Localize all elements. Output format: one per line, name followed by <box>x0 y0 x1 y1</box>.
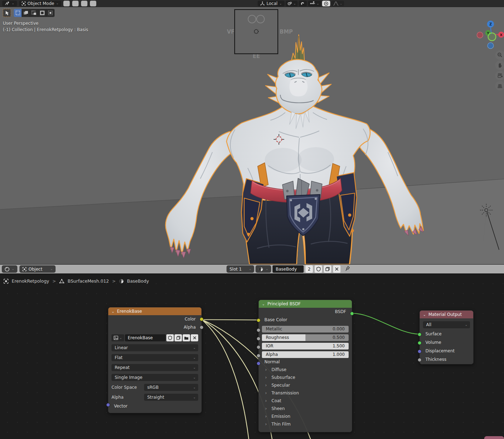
select-intersect-button[interactable] <box>46 9 55 17</box>
collapsible-section[interactable]: › Coat <box>259 397 352 405</box>
alpha-input-socket[interactable] <box>257 354 260 358</box>
output-target-dropdown[interactable]: All ⌄ <box>423 321 470 328</box>
image-fake-user-button[interactable] <box>166 334 174 341</box>
new-material-button[interactable] <box>324 265 331 273</box>
svg-text:Z: Z <box>489 22 492 26</box>
tweak-tool-button[interactable] <box>3 9 11 17</box>
source-dropdown[interactable]: Single Image ⌄ <box>111 374 198 381</box>
unlink-material-button[interactable] <box>333 265 340 273</box>
viewport-canvas[interactable]: VF BMP EE <box>0 0 504 264</box>
image-name-field[interactable]: ErenokBase <box>125 334 166 341</box>
value-slider[interactable]: IOR 1.500 <box>262 343 349 350</box>
chevron-down-icon: ⌄ <box>193 376 196 379</box>
surface-input-socket[interactable] <box>418 333 422 336</box>
normal-input-socket[interactable] <box>257 362 260 365</box>
material-slot-dropdown[interactable]: Slot 1 ⌄ <box>227 265 254 273</box>
shader-editor-type-selector[interactable]: ⌄ <box>2 265 17 273</box>
collapse-chevron-icon[interactable]: ⌄ <box>111 310 114 313</box>
shader-type-dropdown[interactable]: Object ⌄ <box>19 265 56 273</box>
select-subtract-icon <box>31 11 36 15</box>
toggle-ortho-button[interactable] <box>495 81 504 91</box>
alpha-output-socket[interactable] <box>200 325 204 329</box>
ior-input-socket[interactable] <box>257 345 260 349</box>
camera-view-button[interactable] <box>495 71 504 80</box>
image-node-header[interactable]: ⌄ ErenokBase <box>108 307 201 315</box>
pivot-point-dropdown[interactable]: ⌄ <box>286 1 298 6</box>
projection-value: Flat <box>115 355 122 360</box>
vector-input-socket[interactable] <box>106 403 110 407</box>
collapsible-section[interactable]: › Transmission <box>259 389 352 397</box>
fake-user-button[interactable] <box>315 265 322 273</box>
select-subtract-button[interactable] <box>30 9 38 17</box>
breadcrumb-mesh[interactable]: BSurfaceMesh.012 <box>68 278 109 284</box>
image-texture-node[interactable]: ⌄ ErenokBase Color Alpha ⌄ ErenokBase <box>108 307 202 413</box>
menu-button[interactable] <box>63 1 70 6</box>
collapsible-section[interactable]: › Sheen <box>259 405 352 412</box>
collapsible-section[interactable]: › Diffuse <box>259 366 352 374</box>
slider-label: Metallic <box>266 326 282 333</box>
base-color-input-row: Base Color <box>259 316 352 324</box>
select-box-set-button[interactable] <box>14 9 22 17</box>
gizmo-neg-z[interactable] <box>488 43 494 49</box>
collapsible-section[interactable]: › Emission <box>259 412 352 420</box>
source-value: Single Image <box>115 375 142 380</box>
material-output-node[interactable]: ⌄ Material Output All ⌄ Surface Volume D… <box>419 310 474 364</box>
pan-button[interactable] <box>495 60 504 70</box>
orientation-dropdown[interactable]: Local ⌄ <box>258 1 285 6</box>
viewport-editor-icon <box>5 1 10 6</box>
volume-input-socket[interactable] <box>418 341 422 345</box>
material-browse-dropdown[interactable]: ⌄ <box>256 265 271 273</box>
proportional-editing-toggle[interactable] <box>322 1 330 6</box>
proportional-falloff-dropdown[interactable]: ⌄ <box>331 1 344 6</box>
pin-button[interactable] <box>345 266 350 272</box>
metallic-input-socket[interactable] <box>257 328 260 332</box>
gizmo-neg-x[interactable] <box>477 32 483 38</box>
roughness-input-socket[interactable] <box>257 337 260 341</box>
select-extend-button[interactable] <box>22 9 30 17</box>
mode-dropdown[interactable]: Object Mode ⌄ <box>19 1 61 6</box>
image-copy-button[interactable] <box>174 334 182 341</box>
displacement-input-socket[interactable] <box>418 350 422 353</box>
image-unlink-button[interactable] <box>191 334 198 341</box>
output-node-header[interactable]: ⌄ Material Output <box>420 311 473 318</box>
snap-settings-dropdown[interactable]: ⌄ <box>308 1 321 6</box>
collapse-chevron-icon[interactable]: ⌄ <box>423 313 426 317</box>
breadcrumb-object[interactable]: ErenokRetpology <box>12 278 49 284</box>
projection-dropdown[interactable]: Flat ⌄ <box>111 354 198 361</box>
editor-type-selector[interactable]: ⌄ <box>2 1 17 6</box>
collapsible-section[interactable]: › Specular <box>259 381 352 389</box>
principled-bsdf-node[interactable]: ⌄ Principled BSDF BSDF Base Color Metall… <box>258 300 352 432</box>
snap-increment-icon <box>310 1 315 6</box>
extension-dropdown[interactable]: Repeat ⌄ <box>111 364 198 371</box>
collapse-chevron-icon[interactable]: ⌄ <box>262 302 265 306</box>
value-slider[interactable]: Metallic 0.000 <box>262 326 349 333</box>
gizmo-pos-y[interactable] <box>488 33 496 41</box>
bsdf-output-socket[interactable] <box>350 312 354 316</box>
color-output-socket[interactable] <box>200 317 204 321</box>
zoom-button[interactable] <box>495 50 504 60</box>
3d-viewport[interactable]: VF BMP EE <box>0 0 504 264</box>
shader-node-editor[interactable]: ErenokRetpology > BSurfaceMesh.012 > Bas… <box>0 275 504 439</box>
material-users-count[interactable]: 2 <box>305 265 313 273</box>
menu-button[interactable] <box>81 1 87 6</box>
breadcrumb-material[interactable]: BaseBody <box>127 278 149 284</box>
alpha-mode-dropdown[interactable]: Straight ⌄ <box>144 394 198 401</box>
partial-node-header[interactable] <box>484 436 504 439</box>
bsdf-output-row: BSDF <box>259 308 352 316</box>
collapsible-section[interactable]: › Subsurface <box>259 374 352 381</box>
material-name-field[interactable]: BaseBody <box>273 265 304 273</box>
menu-button[interactable] <box>72 1 79 6</box>
snap-toggle[interactable] <box>299 1 307 6</box>
thickness-input-socket[interactable] <box>418 358 422 362</box>
menu-button[interactable] <box>90 1 96 6</box>
select-invert-button[interactable] <box>38 9 46 17</box>
value-slider[interactable]: Roughness 0.500 <box>262 334 349 341</box>
value-slider[interactable]: Alpha 1.000 <box>262 351 349 358</box>
image-browse-dropdown[interactable]: ⌄ <box>111 334 124 341</box>
collapsible-section[interactable]: › Thin Film <box>259 420 352 428</box>
bsdf-node-header[interactable]: ⌄ Principled BSDF <box>259 300 352 308</box>
image-open-button[interactable] <box>183 334 190 341</box>
interpolation-dropdown[interactable]: Linear ⌄ <box>111 344 198 351</box>
color-space-dropdown[interactable]: sRGB ⌄ <box>144 384 198 391</box>
base-color-input-socket[interactable] <box>257 318 260 322</box>
